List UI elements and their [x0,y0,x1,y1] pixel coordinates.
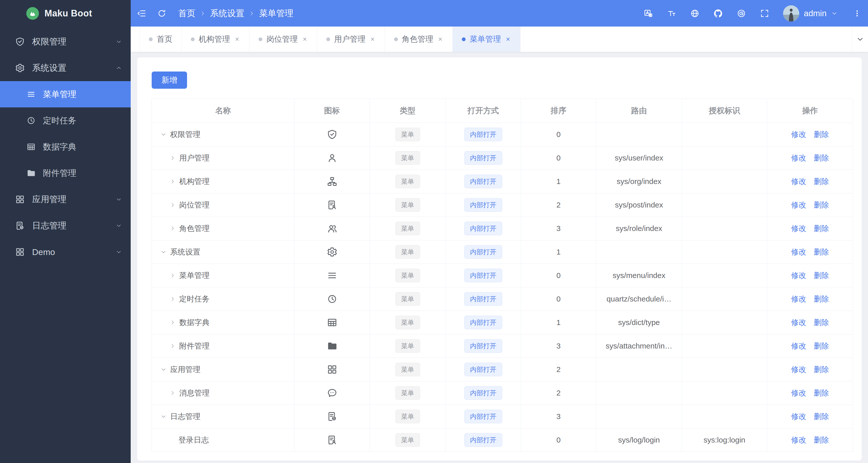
sidebar-item-permission-management[interactable]: 权限管理 [0,29,131,55]
tree-toggle-icon[interactable] [160,249,167,255]
tree-toggle-icon[interactable] [169,202,176,208]
edit-link[interactable]: 修改 [791,223,806,234]
route-cell [596,405,682,428]
app-title: Maku Boot [44,8,92,19]
delete-link[interactable]: 删除 [814,388,829,398]
open-tabs: 首页机构管理岗位管理用户管理角色管理菜单管理 [140,27,521,52]
header-gitee-button[interactable] [737,9,746,18]
perm-cell [682,170,767,193]
open-mode-cell: 内部打开 [446,428,521,452]
header-fontsize-button[interactable] [667,9,676,18]
edit-link[interactable]: 修改 [791,247,806,257]
delete-link[interactable]: 删除 [814,129,829,140]
column-header: 操作 [767,99,853,123]
delete-link[interactable]: 删除 [814,177,829,187]
open-mode-tag: 内部打开 [464,292,502,306]
edit-link[interactable]: 修改 [791,365,806,375]
delete-link[interactable]: 删除 [814,153,829,163]
edit-link[interactable]: 修改 [791,270,806,281]
breadcrumb-item[interactable]: 系统设置 [210,7,244,19]
settings-kebab-button[interactable] [853,9,861,18]
user-menu[interactable]: admin [783,5,838,22]
edit-link[interactable]: 修改 [791,411,806,422]
sidebar-item-label: 定时任务 [43,115,76,126]
sidebar-item-demo[interactable]: Demo [0,239,131,265]
edit-link[interactable]: 修改 [791,317,806,328]
sidebar-item-system-settings[interactable]: 系统设置 [0,55,131,81]
tab-close-icon[interactable] [505,36,511,42]
sidebar-item-attachment-management[interactable]: 附件管理 [0,160,131,186]
header-globe-button[interactable] [690,9,700,18]
edit-link[interactable]: 修改 [791,341,806,351]
breadcrumb-item[interactable]: 首页 [178,7,195,19]
menu-name: 日志管理 [170,411,200,422]
tab-label: 角色管理 [402,34,433,44]
open-mode-cell: 内部打开 [446,381,521,405]
sidebar-item-scheduled-tasks[interactable]: 定时任务 [0,107,131,134]
tab-close-icon[interactable] [302,36,308,42]
name-cell: 菜单管理 [152,264,294,287]
refresh-button[interactable] [157,9,166,18]
tree-toggle-icon[interactable] [169,296,176,302]
grid-icon [15,247,25,257]
tree-toggle-icon[interactable] [169,155,176,161]
delete-link[interactable]: 删除 [814,341,829,351]
username: admin [804,9,827,18]
tab-close-icon[interactable] [437,36,443,42]
tab-label: 岗位管理 [267,34,298,44]
edit-link[interactable]: 修改 [791,153,806,163]
sidebar-item-log-management[interactable]: 日志管理 [0,213,131,239]
tree-toggle-icon[interactable] [169,319,176,326]
delete-link[interactable]: 删除 [814,317,829,328]
type-cell: 菜单 [370,170,446,193]
type-tag: 菜单 [395,128,420,141]
sidebar-item-data-dictionary[interactable]: 数据字典 [0,134,131,160]
tab-menu-management[interactable]: 菜单管理 [453,27,521,52]
tab-post-management[interactable]: 岗位管理 [249,27,317,52]
type-cell: 菜单 [370,240,446,264]
tab-home[interactable]: 首页 [140,27,182,52]
delete-link[interactable]: 删除 [814,223,829,234]
delete-link[interactable]: 删除 [814,270,829,281]
ops-cell: 修改删除 [767,311,853,334]
tab-user-management[interactable]: 用户管理 [317,27,385,52]
edit-link[interactable]: 修改 [791,435,806,445]
sidebar-item-menu-management[interactable]: 菜单管理 [0,81,131,107]
header-github-button[interactable] [713,9,723,18]
delete-link[interactable]: 删除 [814,200,829,210]
open-mode-cell: 内部打开 [446,193,521,217]
edit-link[interactable]: 修改 [791,177,806,187]
tab-close-icon[interactable] [370,36,376,42]
header-full-button[interactable] [760,9,769,18]
tree-toggle-icon[interactable] [169,178,176,185]
sidebar-item-app-management[interactable]: 应用管理 [0,186,131,213]
tree-toggle-icon[interactable] [160,366,167,373]
header-translate-button[interactable] [644,9,653,18]
tree-toggle-icon[interactable] [160,131,167,138]
type-cell: 菜单 [370,405,446,428]
table-row-role: 角色管理菜单内部打开3sys/role/index修改删除 [152,217,853,240]
tree-toggle-icon[interactable] [169,343,176,349]
sidebar-collapse-button[interactable] [137,9,146,18]
edit-link[interactable]: 修改 [791,200,806,210]
edit-link[interactable]: 修改 [791,388,806,398]
delete-link[interactable]: 删除 [814,294,829,304]
delete-link[interactable]: 删除 [814,365,829,375]
tab-org-management[interactable]: 机构管理 [182,27,249,52]
breadcrumb-item[interactable]: 菜单管理 [259,7,293,19]
tree-toggle-icon[interactable] [169,390,176,396]
tree-toggle-icon[interactable] [169,225,176,232]
add-button[interactable]: 新增 [152,71,187,89]
tree-toggle-icon[interactable] [169,272,176,279]
tabs-dropdown-button[interactable] [852,27,868,52]
delete-link[interactable]: 删除 [814,247,829,257]
delete-link[interactable]: 删除 [814,435,829,445]
edit-link[interactable]: 修改 [791,294,806,304]
tab-role-management[interactable]: 角色管理 [385,27,453,52]
edit-link[interactable]: 修改 [791,129,806,140]
delete-link[interactable]: 删除 [814,411,829,422]
sort-cell: 2 [521,193,596,217]
tree-toggle-icon[interactable] [160,413,167,420]
tab-close-icon[interactable] [234,36,240,42]
open-mode-cell: 内部打开 [446,146,521,170]
